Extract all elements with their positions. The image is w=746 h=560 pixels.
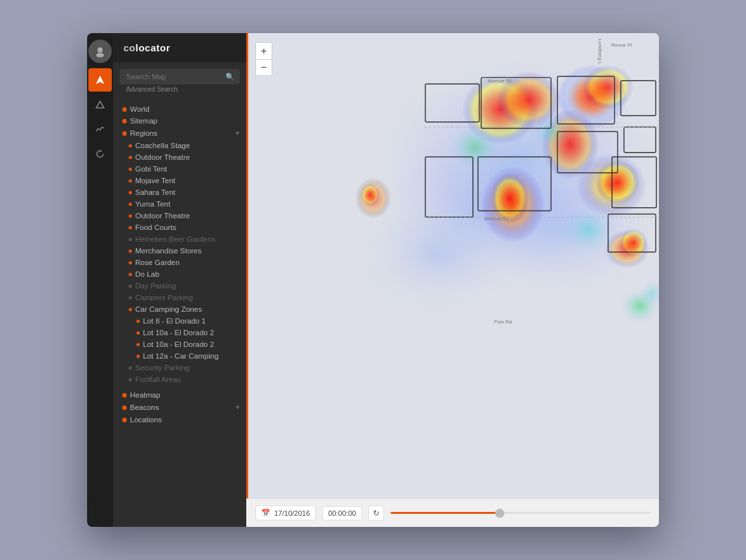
car-camping-zones-dot (129, 308, 132, 311)
tree-yuma-tent[interactable]: Yuma Tent (113, 198, 246, 210)
tree-car-camping-zones[interactable]: Car Camping Zones (113, 303, 246, 315)
timeline-bar: 📅 17/10/2016 00:00:00 ↻ (246, 498, 659, 527)
gobi-dot (129, 168, 132, 171)
sidebar-main: colocator 🔍 Advanced Search World (113, 33, 246, 527)
sitemap-dot (122, 119, 127, 123)
svg-marker-2 (96, 76, 104, 84)
heineken-dot (129, 238, 132, 241)
svg-marker-4 (100, 149, 102, 152)
zoom-in-button[interactable]: + (255, 42, 272, 59)
tree-outdoor-theatre-2[interactable]: Outdoor Theatre (113, 210, 246, 222)
tree-sahara-tent[interactable]: Sahara Tent (113, 186, 246, 198)
lot10a-2-dot (136, 343, 140, 346)
tree-world[interactable]: World (113, 103, 246, 115)
heatmap-dot (122, 393, 127, 398)
tree-footfall-areas[interactable]: Footfall Areas (113, 374, 246, 385)
tree-day-parking[interactable]: Day Parking (113, 280, 246, 292)
tree-lot12a[interactable]: Lot 12a - Car Camping (113, 350, 246, 362)
triangle-nav-icon[interactable] (88, 93, 112, 116)
world-dot (122, 107, 127, 112)
search-area: 🔍 Advanced Search (113, 62, 246, 101)
timeline-date-display[interactable]: 📅 17/10/2016 (255, 505, 316, 520)
tree-heatmap[interactable]: Heatmap (113, 389, 246, 401)
outdoor-theatre-2-dot (129, 214, 132, 218)
timeline-time-value: 00:00:00 (328, 509, 356, 517)
beacons-expand-icon[interactable]: + (235, 403, 240, 412)
locations-dot (122, 418, 127, 422)
timeline-refresh-button[interactable]: ↻ (368, 505, 384, 521)
tree-gobi-tent[interactable]: Gobi Tent (113, 163, 246, 175)
tree-campers-parking[interactable]: Campers Parking (113, 292, 246, 303)
rose-garden-dot (129, 261, 132, 264)
timeline-fill (391, 512, 500, 514)
advanced-search-link[interactable]: Advanced Search (120, 84, 240, 97)
lot8-dot (136, 320, 140, 323)
tree-security-parking[interactable]: Security Parking (113, 362, 246, 374)
campers-parking-dot (129, 296, 132, 299)
refresh-nav-icon[interactable] (88, 142, 112, 166)
sahara-dot (129, 191, 132, 194)
footfall-dot (129, 378, 132, 381)
tree-do-lab[interactable]: Do Lab (113, 268, 246, 280)
merchandise-dot (129, 249, 132, 253)
logo: colocator (123, 42, 170, 53)
regions-dot (122, 131, 127, 136)
theatre-dot (129, 156, 132, 159)
app-window: colocator 🔍 Advanced Search World (87, 33, 659, 527)
tree-lot10a-2[interactable]: Lot 10a - El Dorado 2 (113, 338, 246, 350)
tree-outdoor-theatre[interactable]: Outdoor Theatre (113, 151, 246, 163)
stage-dot (129, 144, 132, 147)
timeline-slider-container (391, 511, 650, 515)
tree-food-courts[interactable]: Food Courts (113, 222, 246, 233)
tree-beacons[interactable]: Beacons + (113, 401, 246, 414)
sidebar-icon-rail (87, 33, 113, 527)
tree-regions[interactable]: Regions + (113, 127, 246, 140)
svg-marker-3 (96, 101, 104, 108)
zoom-out-button[interactable]: − (255, 59, 272, 76)
tree-lot10a-1[interactable]: Lot 10a - El Dorado 2 (113, 327, 246, 338)
timeline-track (391, 512, 650, 514)
svg-point-0 (97, 47, 103, 53)
tree-locations[interactable]: Locations (113, 414, 246, 426)
tree-coachella-stage[interactable]: Coachella Stage (113, 140, 246, 151)
map-area: Avenue 50 Avenue 51 Polo Rd Lundberg L R… (246, 33, 659, 527)
timeline-date-value: 17/10/2016 (274, 509, 310, 517)
map-canvas[interactable]: Avenue 50 Avenue 51 Polo Rd Lundberg L R… (246, 33, 659, 498)
search-input[interactable] (120, 69, 240, 84)
beacons-dot (122, 405, 127, 410)
tree-lot8[interactable]: Lot 8 - El Dorado 1 (113, 315, 246, 327)
yuma-dot (129, 203, 132, 206)
tree-heineken[interactable]: Heineken Beer Gardens (113, 233, 246, 245)
timeline-thumb[interactable] (495, 509, 504, 518)
food-courts-dot (129, 226, 132, 229)
map-background (246, 33, 659, 498)
mojave-dot (129, 179, 132, 183)
analytics-nav-icon[interactable] (88, 118, 112, 141)
tree-sitemap[interactable]: Sitemap (113, 115, 246, 127)
lot12a-dot (136, 355, 140, 358)
security-parking-dot (129, 366, 132, 370)
location-nav-icon[interactable] (88, 68, 112, 92)
timeline-time-display[interactable]: 00:00:00 (322, 506, 362, 520)
calendar-icon: 📅 (261, 509, 270, 517)
zoom-controls: + − (255, 42, 272, 76)
regions-expand-icon[interactable]: + (235, 129, 240, 138)
lot10a-1-dot (136, 331, 140, 335)
tree-merchandise[interactable]: Merchandise Stores (113, 245, 246, 257)
tree-rose-garden[interactable]: Rose Garden (113, 257, 246, 268)
tree-mojave-tent[interactable]: Mojave Tent (113, 175, 246, 186)
svg-point-1 (96, 53, 104, 58)
user-avatar[interactable] (88, 40, 112, 63)
sidebar: colocator 🔍 Advanced Search World (87, 33, 246, 527)
app-header: colocator (113, 33, 246, 62)
refresh-icon: ↻ (373, 509, 379, 518)
do-lab-dot (129, 273, 132, 276)
tree-navigation: World Sitemap Regions + Coachella Stage (113, 101, 246, 527)
day-parking-dot (129, 285, 132, 288)
search-icon: 🔍 (225, 73, 235, 81)
